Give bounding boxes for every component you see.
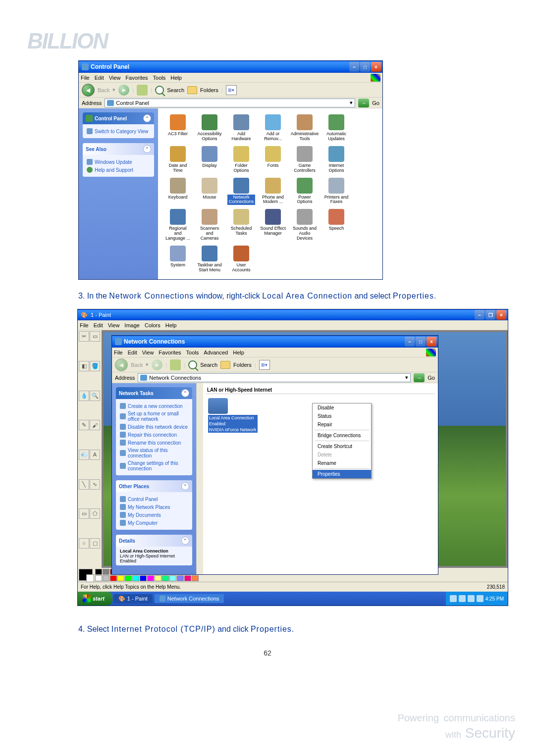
menu-image[interactable]: Image — [124, 322, 140, 328]
cp-item-sounds-and-audio-devices[interactable]: Sounds and Audio Devices — [290, 208, 320, 243]
close-button[interactable]: × — [427, 337, 436, 347]
task-link[interactable]: Repair this connection — [120, 431, 188, 439]
current-colors[interactable] — [79, 569, 93, 581]
minimize-button[interactable]: – — [475, 310, 484, 320]
sidepanel-scrollbar[interactable] — [196, 383, 203, 574]
task-link[interactable]: Set up a home or small office network — [120, 410, 188, 423]
cp-item-taskbar-and-start-menu[interactable]: Taskbar and Start Menu — [195, 245, 224, 274]
magnifier-tool[interactable]: 🔍 — [90, 391, 100, 401]
maximize-button[interactable]: □ — [360, 62, 370, 72]
other-place-link[interactable]: My Network Places — [120, 503, 188, 511]
folders-icon[interactable] — [187, 86, 197, 94]
palette-color[interactable] — [103, 575, 109, 581]
see-also-header[interactable]: See Also ⌃ — [83, 143, 154, 155]
curve-tool[interactable]: ∿ — [90, 479, 100, 490]
eraser-tool[interactable]: ◧ — [79, 361, 89, 371]
airbrush-tool[interactable]: 💨 — [79, 450, 89, 460]
task-link[interactable]: View status of this connection — [120, 447, 188, 459]
polygon-tool[interactable]: ⬠ — [90, 508, 100, 519]
cp-item-printers-and-faxes[interactable]: Printers and Faxes — [321, 177, 351, 206]
minimize-button[interactable]: – — [349, 62, 359, 72]
palette-color[interactable] — [162, 575, 169, 581]
palette-color[interactable] — [95, 575, 102, 581]
cp-item-system[interactable]: System — [163, 245, 193, 274]
close-button[interactable]: × — [371, 62, 381, 72]
folders-label[interactable]: Folders — [200, 87, 218, 93]
cp-item-fonts[interactable]: Fonts — [258, 145, 288, 175]
cp-item-user-accounts[interactable]: User Accounts — [226, 245, 256, 274]
paint-canvas[interactable]: Network Connections – □ × File Edit View… — [102, 330, 508, 568]
palette-color[interactable] — [147, 575, 154, 581]
cp-item-regional-and-language-[interactable]: Regional and Language ... — [163, 208, 193, 243]
context-item-status[interactable]: Status — [313, 412, 371, 420]
restore-button[interactable]: ❐ — [485, 310, 495, 320]
task-link[interactable]: Create a new connection — [120, 402, 188, 410]
palette-color[interactable] — [95, 569, 102, 575]
menu-help[interactable]: Help — [165, 322, 177, 328]
collapse-icon[interactable]: ⌃ — [181, 537, 189, 545]
menu-edit[interactable]: Edit — [95, 75, 104, 81]
task-link[interactable]: Disable this network device — [120, 423, 188, 431]
clock[interactable]: 4:25 PM — [485, 596, 504, 602]
task-network-connections[interactable]: Network Connections — [155, 594, 224, 603]
other-place-link[interactable]: My Computer — [120, 519, 188, 527]
palette-color[interactable] — [155, 575, 161, 581]
menu-file[interactable]: File — [114, 350, 123, 355]
task-link[interactable]: Change settings of this connection — [120, 459, 188, 472]
text-tool[interactable]: A — [90, 450, 100, 460]
menu-help[interactable]: Help — [233, 350, 244, 355]
search-label[interactable]: Search — [167, 87, 184, 93]
cp-item-keyboard[interactable]: Keyboard — [163, 177, 193, 206]
palette-color[interactable] — [117, 575, 124, 581]
menu-view[interactable]: View — [109, 75, 121, 81]
folders-icon[interactable] — [220, 361, 230, 369]
menu-advanced[interactable]: Advanced — [204, 350, 228, 355]
go-label[interactable]: Go — [372, 100, 379, 106]
address-input[interactable]: Network Connections ▾ — [138, 373, 411, 382]
palette-color[interactable] — [132, 575, 139, 581]
cp-item-folder-options[interactable]: Folder Options — [226, 145, 256, 175]
cp-item-phone-and-modem-[interactable]: Phone and Modem ... — [258, 177, 288, 206]
cp-item-ac3-filter[interactable]: AC3 Filter — [163, 113, 193, 143]
network-tasks-header[interactable]: Network Tasks ⌃ — [116, 387, 192, 399]
cp-item-internet-options[interactable]: Internet Options — [321, 145, 351, 175]
start-button[interactable]: start — [78, 592, 112, 605]
close-button[interactable]: × — [496, 310, 506, 320]
maximize-button[interactable]: □ — [416, 337, 426, 347]
tray-icon[interactable] — [477, 595, 483, 602]
cp-item-display[interactable]: Display — [195, 145, 224, 175]
task-paint[interactable]: 🎨1 - Paint — [113, 594, 153, 604]
menu-favorites[interactable]: Favorites — [159, 350, 181, 355]
local-area-connection-item[interactable]: Local Area Connection Enabled NVIDIA nFo… — [206, 396, 260, 435]
cp-item-sound-effect-manager[interactable]: Sound Effect Manager — [258, 208, 288, 243]
menu-edit[interactable]: Edit — [128, 350, 137, 355]
forward-button[interactable]: ► — [152, 359, 162, 370]
context-item-repair[interactable]: Repair — [313, 420, 371, 429]
task-link[interactable]: Rename this connection — [120, 439, 188, 447]
menu-tools[interactable]: Tools — [186, 350, 199, 355]
context-item-properties[interactable]: Properties — [313, 470, 371, 478]
menu-help[interactable]: Help — [170, 75, 182, 81]
menu-favorites[interactable]: Favorites — [125, 75, 148, 81]
rounded-rect-tool[interactable]: ▢ — [90, 538, 100, 549]
collapse-icon[interactable]: ⌃ — [143, 145, 151, 153]
cp-item-scanners-and-cameras[interactable]: Scanners and Cameras — [195, 208, 224, 243]
side-cp-header[interactable]: Control Panel ⌃ — [83, 112, 154, 124]
back-button[interactable]: ◄ — [82, 84, 95, 97]
pencil-tool[interactable]: ✎ — [79, 420, 89, 430]
menu-view[interactable]: View — [142, 350, 154, 355]
other-place-link[interactable]: Control Panel — [120, 495, 188, 503]
menu-file[interactable]: File — [80, 322, 89, 328]
collapse-icon[interactable]: ⌃ — [143, 114, 151, 122]
collapse-icon[interactable]: ⌃ — [181, 482, 189, 490]
menu-view[interactable]: View — [108, 322, 120, 328]
menu-colors[interactable]: Colors — [145, 322, 160, 328]
windows-update-link[interactable]: Windows Update — [87, 158, 150, 166]
tray-icon[interactable] — [459, 595, 466, 602]
picker-tool[interactable]: 💧 — [79, 391, 89, 401]
help-support-link[interactable]: Help and Support — [87, 166, 150, 174]
views-button[interactable]: ⊞▾ — [226, 85, 237, 95]
context-item-rename[interactable]: Rename — [313, 459, 371, 467]
collapse-icon[interactable]: ⌃ — [181, 389, 189, 397]
menu-edit[interactable]: Edit — [94, 322, 103, 328]
